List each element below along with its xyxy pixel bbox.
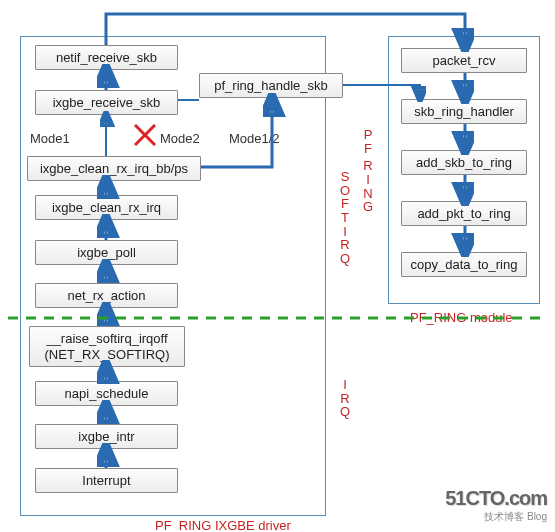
label-pfring-vertical: PFRING xyxy=(363,128,373,214)
label-pfring-module: PF_RING module xyxy=(410,310,513,325)
label-driver: PF_RING IXGBE driver xyxy=(155,518,291,532)
node-packet-rcv: packet_rcv xyxy=(401,48,527,73)
node-interrupt: Interrupt xyxy=(35,468,178,493)
label-softirq-vertical: SOFTIRQ xyxy=(340,170,350,265)
node-raise-softirq: __raise_softirq_irqoff (NET_RX_SOFTIRQ) xyxy=(29,326,185,367)
node-ixgbe-intr: ixgbe_intr xyxy=(35,424,178,449)
watermark: 51CTO.com 技术博客 Blog xyxy=(445,487,547,524)
node-copy-data-to-ring: copy_data_to_ring xyxy=(401,252,527,277)
node-pf-ring-handle-skb: pf_ring_handle_skb xyxy=(199,73,343,98)
node-ixgbe-clean-rx-irq-bb-ps: ixgbe_clean_rx_irq_bb/ps xyxy=(27,156,201,181)
label-irq-vertical: IRQ xyxy=(340,378,350,419)
watermark-sub: 技术博客 Blog xyxy=(445,510,547,524)
cross-mode2-icon xyxy=(134,124,156,146)
node-skb-ring-handler: skb_ring_handler xyxy=(401,99,527,124)
watermark-main: 51CTO.com xyxy=(445,487,547,510)
node-net-rx-action: net_rx_action xyxy=(35,283,178,308)
node-netif-receive-skb: netif_receive_skb xyxy=(35,45,178,70)
node-ixgbe-clean-rx-irq: ixgbe_clean_rx_irq xyxy=(35,195,178,220)
node-ixgbe-poll: ixgbe_poll xyxy=(35,240,178,265)
node-napi-schedule: napi_schedule xyxy=(35,381,178,406)
label-mode12: Mode1/2 xyxy=(229,131,280,146)
node-add-pkt-to-ring: add_pkt_to_ring xyxy=(401,201,527,226)
node-add-skb-to-ring: add_skb_to_ring xyxy=(401,150,527,175)
label-mode2: Mode2 xyxy=(160,131,200,146)
label-mode1: Mode1 xyxy=(30,131,70,146)
node-ixgbe-receive-skb: ixgbe_receive_skb xyxy=(35,90,178,115)
